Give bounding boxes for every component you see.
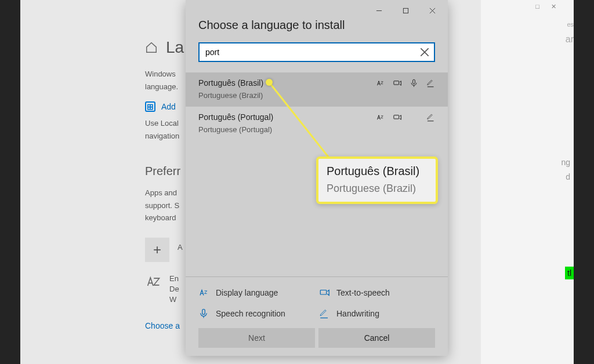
display-language-icon [376,113,385,122]
result-english-name: Portuguese (Portugal) [198,125,435,134]
add-label: A [178,243,183,252]
tts-icon [319,287,329,298]
tts-icon [393,113,401,122]
search-wrap [198,42,435,62]
speech-icon [198,308,209,319]
callout-dot [266,79,273,86]
close-icon[interactable]: ✕ [551,3,556,10]
callout-tooltip: Português (Brasil) Portuguese (Brazil) [316,156,438,204]
language-az-icon [145,274,161,290]
lang-en-label: En [169,274,179,284]
clear-search-icon[interactable] [420,48,429,57]
add-store-link[interactable]: Add [161,102,176,111]
tts-icon [393,79,401,88]
green-highlight: tl [565,267,574,279]
dialog-title: Choose a language to install [198,19,435,32]
svg-rect-1 [403,8,408,13]
callout-line2: Portuguese (Brazil) [327,183,428,195]
svg-rect-9 [320,290,327,295]
result-native-name: Português (Brasil) [198,78,263,88]
result-native-name: Português (Portugal) [198,112,273,122]
legend-tts-label: Text-to-speech [336,288,390,297]
language-search-input[interactable] [200,43,434,61]
svg-rect-7 [413,79,415,84]
legend-handwriting-label: Handwriting [336,309,379,318]
language-result-pt-pt[interactable]: Português (Portugal) Portuguese (Portuga… [186,107,448,141]
next-button[interactable]: Next [198,328,315,348]
callout-line1: Português (Brasil) [327,165,428,178]
feature-legend: Display language Text-to-speech Speech r… [186,276,448,325]
rp-ar: ar [566,34,574,45]
lang-de-label: De [169,284,179,294]
legend-display-label: Display language [216,288,278,297]
display-language-icon [376,79,385,88]
svg-rect-6 [394,81,399,84]
language-result-pt-br[interactable]: Português (Brasil) Portuguese (Brazil) [186,72,448,107]
legend-speech-label: Speech recognition [216,309,285,318]
maximize-icon[interactable]: □ [535,3,539,10]
rp-t1: ng [561,155,570,170]
svg-rect-8 [394,115,399,118]
results-list: Português (Brasil) Portuguese (Brazil) P… [186,72,448,141]
result-english-name: Portuguese (Brazil) [198,91,435,100]
speech-icon [410,79,418,88]
lang-w-label: W [169,294,179,305]
rp-t2: d [561,170,570,184]
rp-es: es [567,21,574,28]
home-icon [145,41,158,54]
svg-rect-10 [202,310,205,315]
add-language-button[interactable]: + [145,238,169,262]
handwriting-icon [426,113,435,122]
right-panel-bg: □ ✕ es ar ng d tl [481,0,574,364]
handwriting-icon [426,79,435,88]
maximize-button[interactable] [392,1,419,20]
cancel-button[interactable]: Cancel [318,328,435,348]
page-title: La [166,38,184,57]
minimize-button[interactable] [365,1,392,20]
close-button[interactable] [419,1,446,20]
store-icon: ⊞ [145,101,155,112]
handwriting-icon [319,308,329,319]
display-language-icon [198,287,209,298]
